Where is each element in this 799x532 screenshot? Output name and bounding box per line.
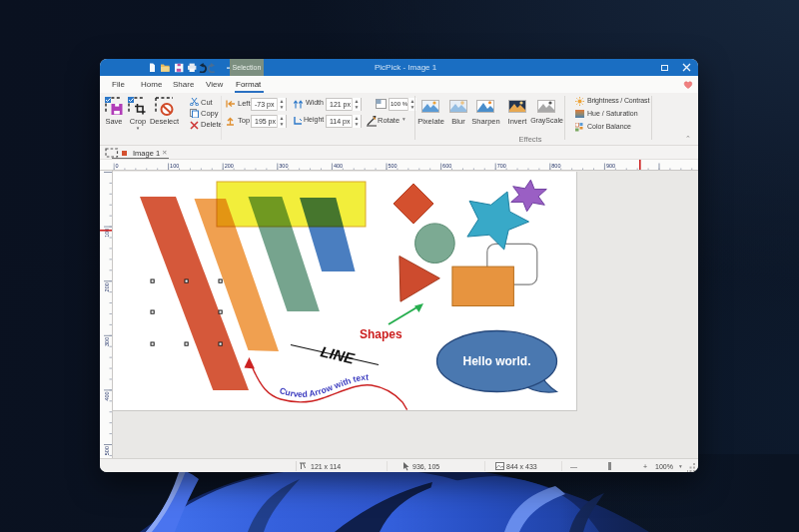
svg-text:100: 100 [170, 163, 179, 169]
svg-text:400: 400 [104, 391, 110, 400]
svg-text:500: 500 [104, 446, 110, 455]
svg-text:200: 200 [225, 163, 234, 169]
svg-text:Curved Arrow with text: Curved Arrow with text [278, 372, 369, 399]
svg-text:100: 100 [104, 229, 110, 238]
svg-text:300: 300 [104, 337, 110, 346]
svg-text:LINE: LINE [319, 342, 357, 366]
svg-text:Shapes: Shapes [360, 327, 402, 341]
svg-text:0: 0 [116, 163, 119, 169]
svg-text:500: 500 [389, 163, 398, 169]
svg-text:800: 800 [551, 163, 560, 169]
svg-text:Hello world.: Hello world. [462, 354, 530, 368]
svg-text:300: 300 [279, 163, 288, 169]
svg-text:400: 400 [334, 163, 343, 169]
svg-text:200: 200 [104, 282, 110, 291]
svg-text:600: 600 [442, 163, 451, 169]
svg-text:700: 700 [497, 163, 506, 169]
svg-text:900: 900 [606, 163, 615, 169]
